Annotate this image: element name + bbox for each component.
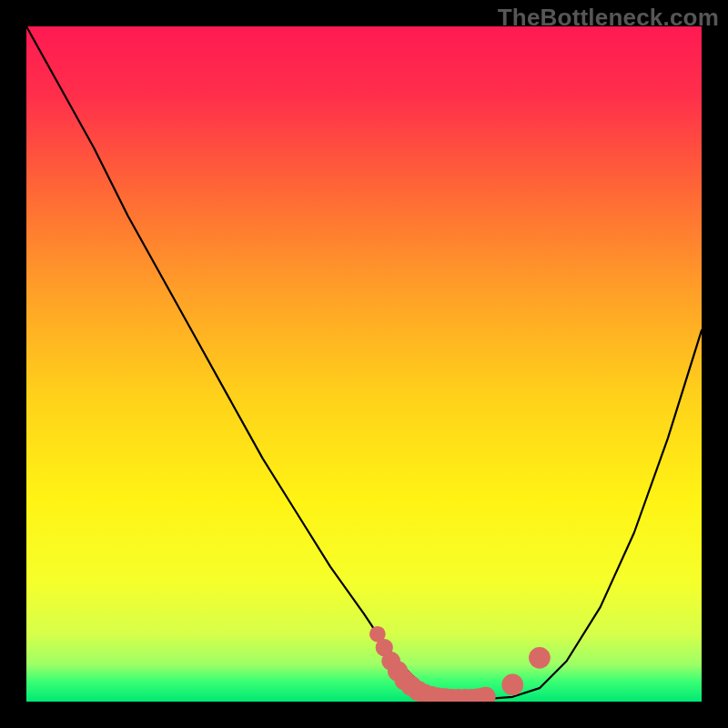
valley-marker — [501, 674, 523, 696]
chart-plot-area — [26, 26, 702, 702]
chart-svg — [26, 26, 702, 702]
valley-marker — [529, 647, 551, 669]
watermark-text: TheBottleneck.com — [498, 4, 719, 32]
chart-frame: TheBottleneck.com — [0, 0, 728, 728]
chart-background — [26, 26, 702, 702]
